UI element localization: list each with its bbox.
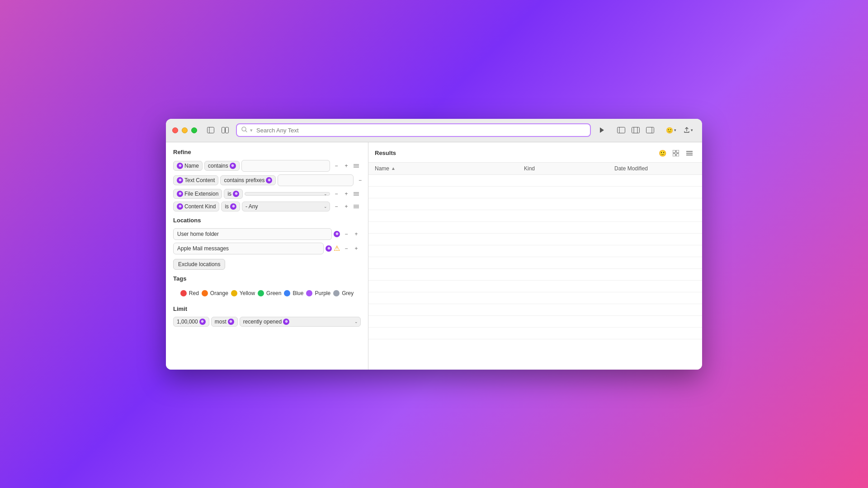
- table-row[interactable]: [368, 245, 702, 257]
- name-filter-icon: ⊕: [177, 163, 183, 169]
- search-type-indicator: ▾: [250, 127, 253, 133]
- tag-orange-dot: [202, 290, 208, 296]
- tag-purple[interactable]: Purple: [306, 290, 330, 296]
- close-button[interactable]: [172, 127, 178, 133]
- table-row[interactable]: [368, 222, 702, 234]
- content-kind-filter-row: ⊕ Content Kind is ⊕ - Any − +: [173, 202, 361, 211]
- tag-orange[interactable]: Orange: [202, 290, 228, 296]
- file-extension-filter-operator[interactable]: is ⊕: [224, 189, 243, 199]
- table-row[interactable]: [368, 269, 702, 281]
- table-row[interactable]: [368, 292, 702, 304]
- tag-yellow[interactable]: Yellow: [231, 290, 255, 296]
- name-filter-menu-button[interactable]: [352, 161, 361, 170]
- minimize-button[interactable]: [182, 127, 188, 133]
- tag-purple-dot: [306, 290, 312, 296]
- name-filter-operator[interactable]: contains ⊕: [204, 161, 240, 171]
- tag-blue[interactable]: Blue: [284, 290, 303, 296]
- locations-title: Locations: [173, 217, 361, 224]
- table-row[interactable]: [368, 187, 702, 198]
- location-home-remove-button[interactable]: −: [342, 230, 351, 239]
- table-row[interactable]: [368, 281, 702, 292]
- svg-rect-6: [618, 127, 625, 133]
- location-mail-icon[interactable]: ⊕: [326, 245, 332, 252]
- limit-title: Limit: [173, 305, 361, 312]
- content-kind-filter-menu-button[interactable]: [352, 202, 361, 211]
- search-input[interactable]: [256, 127, 585, 134]
- content-kind-filter-field[interactable]: ⊕ Content Kind: [173, 202, 219, 211]
- limit-criteria-select[interactable]: recently opened ⊕: [240, 317, 361, 327]
- share-dropdown-arrow: ▾: [691, 128, 693, 132]
- location-mail-actions: − +: [342, 244, 361, 253]
- content-kind-filter-icon: ⊕: [177, 203, 183, 210]
- file-extension-filter-field[interactable]: ⊕ File Extension: [173, 189, 222, 199]
- file-extension-select[interactable]: [245, 192, 330, 196]
- location-row-home: User home folder ⊕ − +: [173, 228, 361, 240]
- content-kind-select[interactable]: - Any: [242, 202, 330, 211]
- column-kind[interactable]: Kind: [524, 165, 614, 172]
- exclude-locations-button[interactable]: Exclude locations: [173, 259, 225, 270]
- content-kind-filter-add-button[interactable]: +: [342, 202, 351, 211]
- maximize-button[interactable]: [191, 127, 197, 133]
- results-header: Results 🙂: [368, 142, 702, 163]
- location-mail-add-button[interactable]: +: [352, 244, 361, 253]
- results-list-view-button[interactable]: [683, 148, 696, 159]
- tag-green[interactable]: Green: [258, 290, 281, 296]
- split-view-button[interactable]: [629, 124, 642, 136]
- column-date[interactable]: Date Modified: [614, 165, 696, 172]
- content-kind-filter-remove-button[interactable]: −: [332, 202, 341, 211]
- table-row[interactable]: [368, 198, 702, 210]
- emoji-dropdown-arrow: ▾: [674, 128, 676, 132]
- column-name[interactable]: Name ▲: [375, 165, 524, 172]
- limit-sort-pill[interactable]: most ⊕: [211, 317, 238, 327]
- share-button[interactable]: ▾: [681, 124, 696, 136]
- left-panel-view-button[interactable]: [614, 124, 628, 136]
- file-extension-filter-menu-button[interactable]: [352, 189, 361, 198]
- table-row[interactable]: [368, 210, 702, 222]
- table-row[interactable]: [368, 257, 702, 269]
- name-sort-arrow: ▲: [391, 166, 396, 171]
- table-row[interactable]: [368, 328, 702, 339]
- svg-rect-26: [676, 150, 679, 153]
- limit-count-pill[interactable]: 1,00,000 ⊕: [173, 317, 209, 327]
- emoji-picker-button[interactable]: 🙂 ▾: [663, 124, 679, 136]
- run-search-button[interactable]: [595, 124, 608, 136]
- search-bar[interactable]: ▾: [236, 123, 591, 137]
- file-extension-filter-actions: − +: [332, 189, 361, 198]
- location-home-add-button[interactable]: +: [352, 230, 361, 239]
- limit-criteria-icon: ⊕: [283, 319, 289, 325]
- table-row[interactable]: [368, 339, 702, 351]
- name-operator-icon: ⊕: [230, 163, 236, 169]
- table-row[interactable]: [368, 175, 702, 187]
- tag-red[interactable]: Red: [180, 290, 199, 296]
- table-row[interactable]: [368, 316, 702, 328]
- sidebar-toggle-button[interactable]: [204, 124, 217, 136]
- name-filter-add-button[interactable]: +: [342, 161, 351, 170]
- location-home-icon[interactable]: ⊕: [334, 231, 340, 237]
- table-row[interactable]: [368, 234, 702, 245]
- tags-section: Tags Red Orange Yellow: [173, 275, 361, 300]
- tag-red-dot: [180, 290, 187, 296]
- location-home-label: User home folder: [173, 228, 332, 240]
- location-mail-remove-button[interactable]: −: [342, 244, 351, 253]
- right-panel-view-button[interactable]: [643, 124, 657, 136]
- results-grid-view-button[interactable]: [670, 148, 682, 159]
- table-row[interactable]: [368, 304, 702, 316]
- tag-yellow-dot: [231, 290, 237, 296]
- text-content-filter-field[interactable]: ⊕ Text Content: [173, 175, 218, 185]
- text-content-filter-input[interactable]: [278, 174, 354, 186]
- name-filter-field[interactable]: ⊕ Name: [173, 161, 203, 171]
- results-emoji-button[interactable]: 🙂: [656, 148, 669, 159]
- text-content-filter-operator[interactable]: contains prefixes ⊕: [220, 175, 276, 185]
- name-filter-input[interactable]: [241, 160, 330, 172]
- tag-grey[interactable]: Grey: [333, 290, 354, 296]
- text-content-filter-add-button[interactable]: +: [365, 176, 368, 185]
- chat-toggle-button[interactable]: [219, 124, 231, 136]
- content-kind-filter-operator[interactable]: is ⊕: [221, 202, 240, 211]
- file-extension-filter-add-button[interactable]: +: [342, 189, 351, 198]
- refine-panel: Refine ⊕ Name contains ⊕ − +: [166, 142, 368, 370]
- file-extension-filter-remove-button[interactable]: −: [332, 189, 341, 198]
- name-filter-remove-button[interactable]: −: [332, 161, 341, 170]
- text-content-filter-remove-button[interactable]: −: [355, 176, 364, 185]
- toolbar-icons: [204, 124, 231, 136]
- file-extension-operator-icon: ⊕: [233, 191, 239, 197]
